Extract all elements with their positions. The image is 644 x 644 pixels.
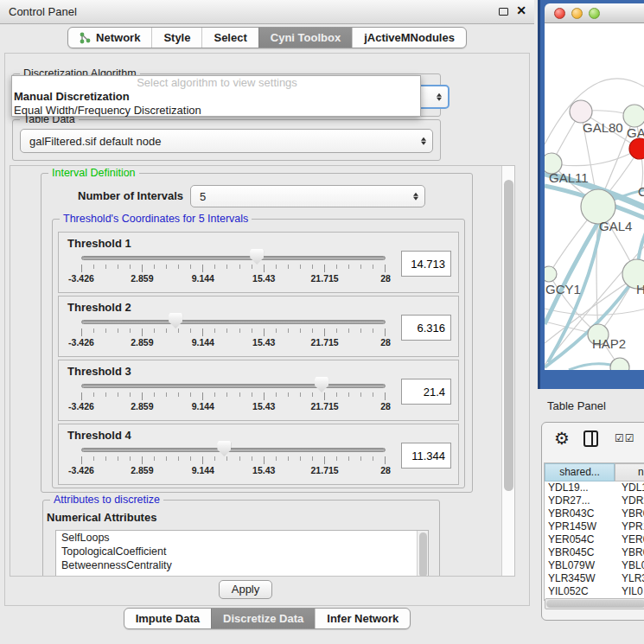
- tab-infer-network[interactable]: Infer Network: [315, 609, 410, 628]
- group-title: Interval Definition: [48, 167, 139, 179]
- node-bottom[interactable]: [610, 358, 629, 370]
- tab-discretize-data[interactable]: Discretize Data: [211, 609, 315, 628]
- tab-label: Network: [96, 31, 140, 44]
- gear-icon[interactable]: ⚙: [554, 428, 570, 449]
- slider-track[interactable]: [81, 256, 386, 260]
- column-header-name[interactable]: n: [615, 463, 644, 481]
- tick-label: 15.43: [252, 401, 275, 411]
- table-data-combobox[interactable]: galFiltered.sif default node: [20, 129, 433, 153]
- slider-tick-labels: -3.426 2.859 9.144 15.43 21.715 28: [81, 401, 386, 411]
- tab-impute-data[interactable]: Impute Data: [124, 609, 211, 628]
- slider-ticks: [81, 456, 386, 464]
- threshold-1-panel: Threshold 1 -3.426 2.859 9.144 15.43 21.…: [58, 232, 459, 293]
- table-row[interactable]: YDL19...YDL1: [545, 481, 644, 494]
- slider-thumb[interactable]: [217, 441, 231, 456]
- table-row[interactable]: YIL052CYIL0: [545, 585, 644, 598]
- tab-label: Discretize Data: [223, 612, 303, 625]
- tick-label: 9.144: [192, 273, 214, 284]
- cell: YLR3: [615, 572, 644, 585]
- cell: YBR043C: [545, 507, 615, 520]
- apply-button[interactable]: Apply: [219, 580, 272, 599]
- threshold-value-field[interactable]: [401, 251, 451, 277]
- tick-label: 15.43: [252, 273, 275, 284]
- table-row[interactable]: YER054CYER0: [545, 533, 644, 546]
- cell: YDL19...: [545, 481, 615, 494]
- dropdown-option-manual-discretization[interactable]: Manual Discretization: [12, 90, 420, 104]
- tab-network[interactable]: Network: [68, 28, 151, 48]
- settings-vertical-scrollbar[interactable]: [501, 166, 514, 576]
- group-title: Attributes to discretize: [50, 494, 163, 506]
- list-item[interactable]: SelfLoops: [56, 531, 428, 545]
- float-window-icon[interactable]: [499, 8, 508, 16]
- threshold-value-field[interactable]: [401, 315, 451, 341]
- slider-track[interactable]: [81, 448, 386, 452]
- node-red-selected[interactable]: [629, 138, 644, 159]
- numerical-attributes-label: Numerical Attributes: [47, 511, 156, 524]
- cell: YPR1: [615, 520, 644, 533]
- tick-label: 2.859: [131, 273, 153, 284]
- cell: YBR0: [615, 546, 644, 559]
- threshold-label: Threshold 1: [67, 237, 131, 250]
- settings-scroll-viewport: Interval Definition Number of Intervals …: [10, 165, 515, 577]
- control-panel-title: Control Panel: [9, 0, 77, 24]
- table-row[interactable]: YBR045CYBR0: [545, 546, 644, 559]
- close-icon[interactable]: ✕: [516, 3, 526, 17]
- checkboxes-icon[interactable]: ☑☑: [615, 432, 635, 444]
- tab-label: jActiveMNodules: [364, 31, 455, 44]
- table-horizontal-scrollbar[interactable]: [545, 598, 644, 609]
- table-row[interactable]: YBL079WYBL0: [545, 559, 644, 572]
- list-scrollbar[interactable]: [417, 531, 428, 577]
- table-row[interactable]: YDR27...YDR2: [545, 494, 644, 507]
- tab-cyni-toolbox[interactable]: Cyni Toolbox: [258, 28, 352, 48]
- cell: YDR2: [615, 494, 644, 507]
- column-header-shared-name[interactable]: shared...: [545, 463, 615, 481]
- tab-select[interactable]: Select: [201, 28, 258, 48]
- list-item[interactable]: BetweennessCentrality: [56, 558, 428, 572]
- slider-track[interactable]: [81, 384, 386, 388]
- network-graph: GAL80 GA C GAL11 GAL4 GCY1 H HAP2: [545, 23, 644, 370]
- slider-thumb[interactable]: [169, 313, 182, 328]
- node-label-hap2: HAP2: [592, 336, 626, 351]
- number-of-intervals-combobox[interactable]: 5: [190, 185, 425, 207]
- stepper-icon: [421, 136, 426, 147]
- minimize-traffic-light[interactable]: [571, 8, 583, 19]
- tab-jactivemnodules[interactable]: jActiveMNodules: [352, 28, 466, 48]
- slider-thumb[interactable]: [250, 249, 264, 265]
- node-gcy1[interactable]: [545, 266, 557, 282]
- table-panel-box: ⚙ ☑☑ shared... n YDL19...YDL1 YDR27...YD…: [541, 422, 644, 621]
- algorithm-dropdown-popup: Select algorithm to view settings Manual…: [11, 75, 421, 117]
- slider-tick-labels: -3.426 2.859 9.144 15.43 21.715 28: [81, 273, 386, 284]
- list-item[interactable]: TopologicalCoefficient: [56, 545, 428, 558]
- close-traffic-light[interactable]: [554, 8, 565, 19]
- zoom-traffic-light[interactable]: [589, 8, 600, 19]
- tab-label: Infer Network: [327, 612, 399, 625]
- threshold-value-field[interactable]: [401, 379, 451, 405]
- dropdown-prompt: Select algorithm to view settings: [12, 76, 420, 90]
- group-title: Threshold's Coordinates for 5 Intervals: [60, 213, 252, 225]
- table-row[interactable]: YBR043CYBR0: [545, 507, 644, 520]
- threshold-value-field[interactable]: [401, 443, 451, 469]
- table-row[interactable]: YLR345WYLR3: [545, 572, 644, 585]
- dropdown-option-equal-width[interactable]: Equal Width/Frequency Discretization: [12, 104, 420, 118]
- threshold-label: Threshold 4: [67, 429, 131, 442]
- tick-label: 28: [380, 337, 391, 348]
- node-top-right[interactable]: [623, 105, 644, 127]
- tick-label: -3.426: [68, 273, 94, 284]
- cell: YBR045C: [545, 546, 615, 559]
- table-columns-icon[interactable]: [583, 430, 598, 447]
- tab-style[interactable]: Style: [151, 28, 201, 48]
- slider-track[interactable]: [81, 320, 386, 324]
- tick-label: 15.43: [252, 465, 275, 475]
- cell: YBR0: [615, 507, 644, 520]
- tick-label: 2.859: [131, 465, 153, 475]
- network-canvas[interactable]: GAL80 GA C GAL11 GAL4 GCY1 H HAP2: [545, 23, 644, 370]
- network-window-titlebar[interactable]: [545, 3, 644, 23]
- tick-label: 9.144: [192, 465, 214, 475]
- slider-thumb[interactable]: [315, 377, 328, 392]
- numerical-attributes-list: SelfLoops TopologicalCoefficient Between…: [55, 530, 429, 577]
- table-row[interactable]: YPR145WYPR1: [545, 520, 644, 533]
- cell: YDR27...: [545, 494, 615, 507]
- threshold-label: Threshold 2: [67, 301, 131, 314]
- cell: YBL079W: [545, 559, 615, 572]
- table-header-row: shared... n: [545, 463, 644, 481]
